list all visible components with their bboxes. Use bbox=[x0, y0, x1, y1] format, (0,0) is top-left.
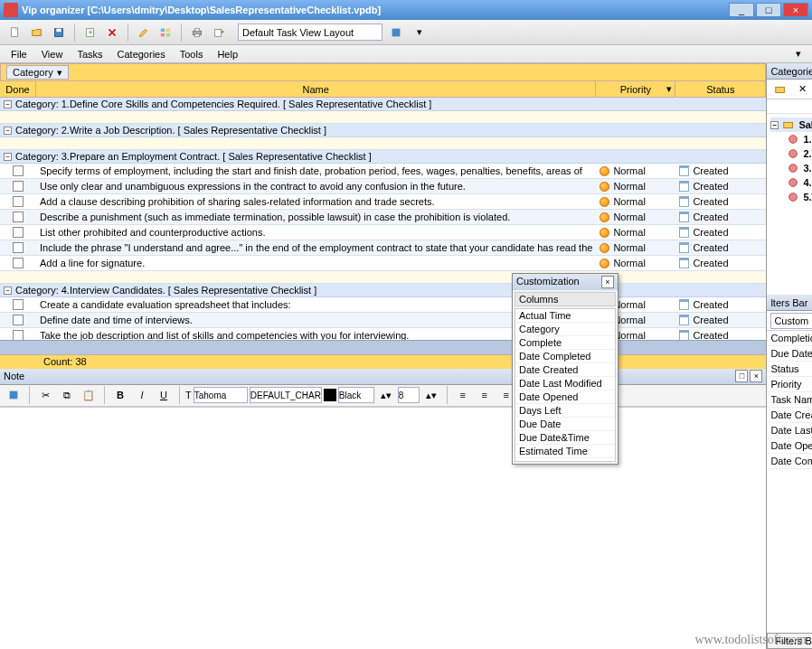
group-by-chip[interactable]: Category ▾ bbox=[6, 65, 69, 80]
task-row[interactable]: Define date and time of interviews.Norma… bbox=[0, 313, 766, 328]
cat-del-icon[interactable]: ✕ bbox=[792, 80, 812, 99]
category-row[interactable]: −Category: 4.Interview Candidates. [ Sal… bbox=[0, 284, 766, 297]
tree-item[interactable]: 5.Training & Development.77 bbox=[770, 190, 812, 204]
done-checkbox[interactable] bbox=[13, 242, 24, 253]
task-row[interactable]: Add a line for signature.NormalCreated bbox=[0, 256, 766, 271]
menu-tools[interactable]: Tools bbox=[173, 47, 211, 61]
tree-item[interactable]: 2.Write a Job Description.77 bbox=[770, 146, 812, 161]
customization-item[interactable]: Date Opened bbox=[515, 390, 615, 404]
layout-field[interactable] bbox=[238, 24, 382, 41]
menu-categories[interactable]: Categories bbox=[110, 47, 173, 61]
customization-item[interactable]: Date Created bbox=[515, 363, 615, 377]
category-tree[interactable]: −Sales Representative Checklist38381.Def… bbox=[767, 114, 812, 295]
done-checkbox[interactable] bbox=[13, 196, 24, 207]
customization-item[interactable]: Date Last Modified bbox=[515, 377, 615, 390]
task-row[interactable]: Add a clause describing prohibition of s… bbox=[0, 194, 766, 210]
open-icon[interactable] bbox=[27, 23, 47, 42]
customization-item[interactable]: Category bbox=[515, 323, 615, 336]
size-spin-icon[interactable]: ▴▾ bbox=[421, 385, 441, 405]
underline-icon[interactable]: U bbox=[154, 385, 174, 405]
cut-icon[interactable]: ✂ bbox=[35, 385, 55, 405]
delete-icon[interactable] bbox=[102, 23, 122, 42]
task-row[interactable]: List other prohibited and counterproduct… bbox=[0, 225, 766, 240]
col-priority[interactable]: Priority▾ bbox=[596, 81, 675, 97]
customization-item[interactable]: Date Completed bbox=[515, 350, 615, 363]
menu-file[interactable]: File bbox=[4, 47, 34, 61]
tree-root[interactable]: −Sales Representative Checklist3838 bbox=[770, 118, 812, 132]
filter-icon[interactable]: ▾ bbox=[666, 83, 672, 95]
col-status[interactable]: Status bbox=[675, 81, 766, 97]
color-field[interactable] bbox=[338, 387, 374, 403]
layout-menu-icon[interactable]: ▾ bbox=[410, 23, 430, 42]
bold-icon[interactable]: B bbox=[110, 385, 130, 405]
maximize-button[interactable]: □ bbox=[756, 3, 781, 17]
color-spin-icon[interactable]: ▴▾ bbox=[376, 385, 396, 405]
copy-icon[interactable]: ⧉ bbox=[57, 385, 77, 405]
collapse-icon[interactable]: − bbox=[4, 287, 12, 295]
done-checkbox[interactable] bbox=[13, 315, 24, 325]
customization-item[interactable]: Estimated Time bbox=[515, 445, 615, 458]
align-center-icon[interactable]: ≡ bbox=[475, 385, 495, 405]
note-editor[interactable] bbox=[0, 407, 766, 650]
color-swatch[interactable] bbox=[324, 389, 336, 401]
task-row[interactable]: Use only clear and unambiguous expressio… bbox=[0, 179, 766, 194]
layout-save-icon[interactable] bbox=[386, 23, 406, 42]
font-field[interactable] bbox=[194, 387, 248, 403]
export-icon[interactable] bbox=[209, 23, 229, 42]
close-button[interactable]: × bbox=[783, 3, 808, 17]
category-row[interactable]: −Category: 1.Define Core Skills and Comp… bbox=[0, 98, 766, 111]
italic-icon[interactable]: I bbox=[132, 385, 152, 405]
done-checkbox[interactable] bbox=[13, 227, 24, 238]
tree-item[interactable]: 4.Interview Candidates.66 bbox=[770, 175, 812, 190]
task-row[interactable]: Describe a punishment (such as immediate… bbox=[0, 210, 766, 225]
new-file-icon[interactable] bbox=[5, 23, 25, 42]
menu-help[interactable]: Help bbox=[210, 47, 245, 61]
task-row[interactable]: Include the phrase "I understand and agr… bbox=[0, 240, 766, 256]
customization-item[interactable]: Due Date&Time bbox=[515, 431, 615, 445]
tree-item[interactable]: 1.Define Core Skills and Compe1111 bbox=[770, 132, 812, 146]
filter-custom-field[interactable] bbox=[770, 313, 812, 329]
cat-new-icon[interactable] bbox=[770, 80, 790, 99]
menubar-options-icon[interactable]: ▾ bbox=[788, 44, 808, 64]
print-icon[interactable] bbox=[187, 23, 207, 42]
customization-item[interactable]: Complete bbox=[515, 336, 615, 350]
done-checkbox[interactable] bbox=[13, 212, 24, 222]
customization-list[interactable]: Actual TimeCategoryCompleteDate Complete… bbox=[515, 308, 616, 462]
charset-field[interactable] bbox=[250, 387, 322, 403]
minimize-button[interactable]: _ bbox=[729, 3, 754, 17]
done-checkbox[interactable] bbox=[13, 330, 24, 340]
customization-close-icon[interactable]: × bbox=[601, 276, 614, 288]
task-row[interactable]: Specify terms of employment, including t… bbox=[0, 164, 766, 179]
paste-icon[interactable]: 📋 bbox=[79, 385, 99, 405]
task-grid[interactable]: −Category: 1.Define Core Skills and Comp… bbox=[0, 98, 766, 340]
align-left-icon[interactable]: ≡ bbox=[453, 385, 473, 405]
done-checkbox[interactable] bbox=[13, 165, 24, 176]
customization-item[interactable]: Actual Time bbox=[515, 309, 615, 323]
done-checkbox[interactable] bbox=[13, 258, 24, 268]
menu-view[interactable]: View bbox=[34, 47, 71, 61]
customization-item[interactable]: Days Left bbox=[515, 404, 615, 418]
collapse-icon[interactable]: − bbox=[4, 100, 12, 108]
categories-icon[interactable] bbox=[156, 23, 175, 42]
category-row[interactable]: −Category: 3.Prepare an Employment Contr… bbox=[0, 150, 766, 164]
size-field[interactable] bbox=[398, 387, 420, 403]
customization-item[interactable]: Due Date bbox=[515, 418, 615, 431]
tree-item[interactable]: 3.Prepare an Employment Cont77 bbox=[770, 161, 812, 175]
note-restore-icon[interactable]: □ bbox=[735, 370, 748, 382]
done-checkbox[interactable] bbox=[13, 181, 24, 192]
note-close-icon[interactable]: × bbox=[750, 370, 762, 382]
save-icon[interactable] bbox=[49, 23, 69, 42]
new-task-icon[interactable]: + bbox=[80, 23, 100, 42]
collapse-icon[interactable]: − bbox=[4, 153, 12, 161]
task-row[interactable]: Create a candidate evaluation spreadshee… bbox=[0, 297, 766, 313]
tree-collapse-icon[interactable]: − bbox=[770, 121, 779, 129]
customization-item[interactable]: Hyperlink bbox=[515, 458, 615, 462]
edit-icon[interactable] bbox=[134, 23, 154, 42]
col-done[interactable]: Done bbox=[0, 81, 36, 97]
col-name[interactable]: Name bbox=[36, 81, 596, 97]
category-row[interactable]: −Category: 2.Write a Job Description. [ … bbox=[0, 124, 766, 137]
note-save-icon[interactable] bbox=[4, 385, 24, 405]
menu-tasks[interactable]: Tasks bbox=[70, 47, 109, 61]
done-checkbox[interactable] bbox=[13, 299, 24, 310]
collapse-icon[interactable]: − bbox=[4, 127, 12, 135]
